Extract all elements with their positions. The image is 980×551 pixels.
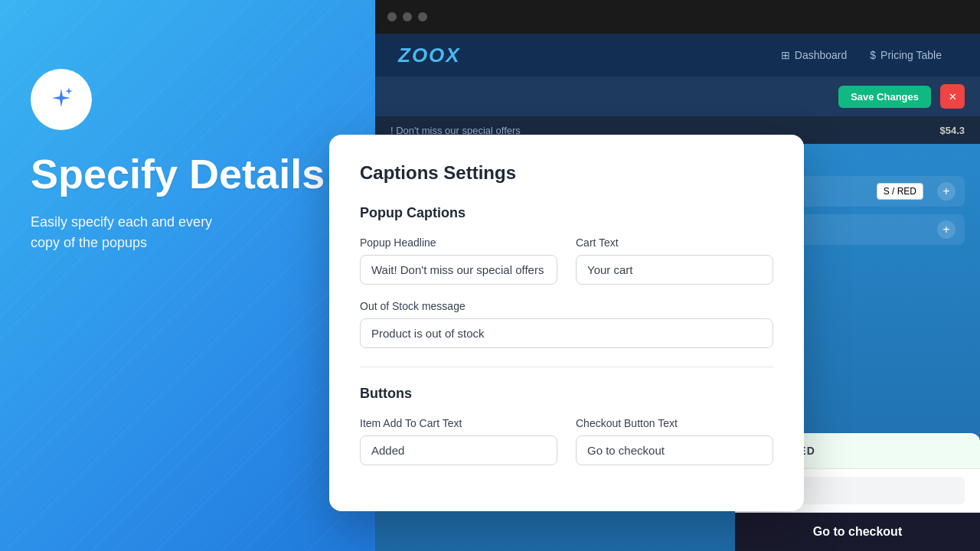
nav-links: ⊞ Dashboard $ Pricing Table <box>781 49 942 61</box>
buttons-section: Buttons Item Add To Cart Text Checkout B… <box>360 386 773 465</box>
cart-text-label: Cart Text <box>576 236 773 249</box>
left-panel: Specify Details Easily specify each and … <box>31 69 325 253</box>
dollar-icon: $ <box>870 49 876 61</box>
add-to-cart-text-input[interactable] <box>360 435 557 465</box>
section-divider <box>360 367 773 367</box>
checkout-text-input[interactable] <box>576 435 773 465</box>
checkout-button-bg[interactable]: Go to checkout <box>735 513 980 551</box>
logo-circle <box>31 69 92 130</box>
buttons-section-title: Buttons <box>360 386 773 402</box>
marquee-price: $54.3 <box>939 125 965 136</box>
popup-headline-label: Popup Headline <box>360 236 557 249</box>
out-of-stock-group: Out of Stock message <box>360 300 773 348</box>
grid-icon: ⊞ <box>781 49 790 61</box>
sparkles-icon <box>44 83 78 116</box>
settings-modal: Captions Settings Popup Captions Popup H… <box>329 135 804 511</box>
popup-captions-section-title: Popup Captions <box>360 205 773 221</box>
buttons-fields: Item Add To Cart Text Checkout Button Te… <box>360 417 773 465</box>
popup-headline-group: Popup Headline <box>360 236 557 285</box>
close-button[interactable]: ✕ <box>940 84 965 109</box>
app-nav: ZOOX ⊞ Dashboard $ Pricing Table <box>375 34 980 77</box>
add-to-cart-text-label: Item Add To Cart Text <box>360 417 557 429</box>
browser-dot-3 <box>418 12 427 21</box>
modal-title: Captions Settings <box>360 162 773 184</box>
add-to-cart-text-group: Item Add To Cart Text <box>360 417 557 465</box>
app-logo: ZOOX <box>398 44 461 67</box>
browser-dot-2 <box>403 12 412 21</box>
cart-text-group: Cart Text <box>576 236 773 285</box>
nav-pricing: $ Pricing Table <box>870 49 942 61</box>
out-of-stock-label: Out of Stock message <box>360 300 773 312</box>
out-of-stock-input[interactable] <box>360 318 773 348</box>
product2-add-btn[interactable]: + <box>937 220 956 239</box>
hero-heading: Specify Details <box>31 152 325 197</box>
checkout-text-group: Checkout Button Text <box>576 417 773 465</box>
nav-dashboard: ⊞ Dashboard <box>781 49 848 61</box>
hero-subtext: Easily specify each and every copy of th… <box>31 212 245 253</box>
product-variant: S / RED <box>877 183 923 200</box>
cart-text-input[interactable] <box>576 255 773 285</box>
browser-chrome <box>375 0 980 34</box>
checkout-text-label: Checkout Button Text <box>576 417 773 429</box>
popup-captions-fields: Popup Headline Cart Text Out of Stock me… <box>360 236 773 348</box>
popup-headline-input[interactable] <box>360 255 557 285</box>
browser-dot-1 <box>387 12 397 21</box>
app-toolbar: Save Changes ✕ <box>375 77 980 116</box>
save-changes-button[interactable]: Save Changes <box>838 86 931 108</box>
product-add-btn[interactable]: + <box>937 182 956 201</box>
